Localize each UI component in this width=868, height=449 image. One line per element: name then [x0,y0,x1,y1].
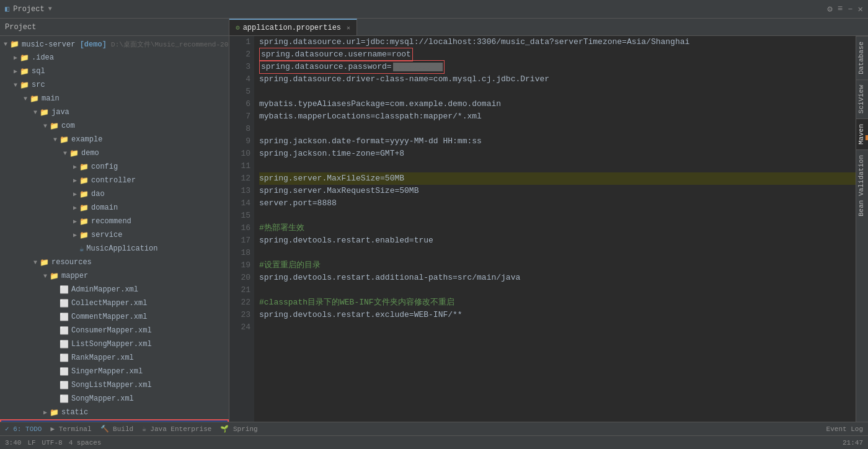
tab-application-properties[interactable]: ⚙ application.properties ✕ [229,19,357,35]
build-label: Build [113,425,133,433]
folder-icon-dao: 📁 [79,190,89,199]
tab-bar: ⚙ application.properties ✕ [229,19,868,36]
sidebar-title: Project [5,23,36,32]
encoding-status: UTF-8 [42,439,63,447]
right-panel-tab-database[interactable]: Database [856,36,868,79]
tree-item-songmapper[interactable]: ▶ ⬜ SongMapper.xml [0,392,229,406]
folder-icon: 📁 [10,40,19,49]
folder-icon-resources: 📁 [40,258,49,267]
xml-icon-consumer: ⬜ [60,326,69,336]
project-title[interactable]: Project [13,5,44,14]
folder-icon-mapper: 📁 [50,272,59,281]
code-panel[interactable]: spring.datasource.url=jdbc:mysql://local… [254,36,856,422]
tree-item-demo[interactable]: ▼ 📁 demo [0,146,229,160]
spring-panel[interactable]: 🌱 Spring [220,425,257,433]
tree-arrow-java: ▼ [31,109,40,116]
tree-item-musicapp[interactable]: ▶ ☕ MusicApplication [0,242,229,256]
tree-label-src: src [32,81,45,89]
tree-item-mapper-folder[interactable]: ▼ 📁 mapper [0,269,229,283]
tree-item-service[interactable]: ▶ 📁 service [0,228,229,242]
folder-icon-com: 📁 [50,122,59,131]
folder-icon-sql: 📁 [20,67,29,76]
event-log-label[interactable]: Event Log [826,425,863,433]
code-line-4: spring.datasource.driver-class-name=com.… [259,73,856,86]
tree-label-service: service [91,231,122,239]
folder-icon-java: 📁 [40,108,49,117]
code-line-13: spring.server.MaxRequestSize=50MB [259,185,856,197]
tree-item-java[interactable]: ▼ 📁 java [0,105,229,119]
folder-icon-src: 📁 [20,81,29,90]
tree-item-listsongmapper[interactable]: ▶ ⬜ ListSongMapper.xml [0,337,229,351]
sidebar-tree[interactable]: ▼ 📁 music-server [demo] D:\桌面文件\Music_re… [0,36,229,422]
tree-item-controller[interactable]: ▶ 📁 controller [0,174,229,187]
tree-item-static[interactable]: ▶ 📁 static [0,406,229,419]
todo-panel[interactable]: ✓ 6: TODO [5,425,42,433]
xml-icon-comment: ⬜ [60,313,69,322]
tree-label-java: java [51,108,69,117]
code-line-9: spring.jackson.date-format=yyyy-MM-dd HH… [259,135,856,148]
code-line-6: mybatis.typeAliasesPackage=com.example.d… [259,98,856,110]
folder-icon-example: 📁 [60,135,69,144]
tree-item-adminmapper[interactable]: ▶ ⬜ AdminMapper.xml [0,283,229,296]
tree-item-singermapper[interactable]: ▶ ⬜ SingerMapper.xml [0,365,229,378]
tree-item-commentmapper[interactable]: ▶ ⬜ CommentMapper.xml [0,310,229,324]
tree-item-sql[interactable]: ▶ 📁 sql [0,64,229,78]
tree-item-dao[interactable]: ▶ 📁 dao [0,187,229,201]
code-line-5 [259,86,856,98]
right-panel-tab-sciview[interactable]: SciView [856,79,868,118]
tree-item-domain[interactable]: ▶ 📁 domain [0,201,229,215]
tree-arrow-src: ▼ [11,82,20,89]
tree-item-main[interactable]: ▼ 📁 main [0,92,229,105]
folder-icon-controller: 📁 [79,176,89,185]
tab-close-icon[interactable]: ✕ [347,24,350,32]
folder-icon-recommend: 📁 [79,217,89,226]
code-line-12: spring.server.MaxFileSize=50MB [259,172,856,185]
xml-icon-admin: ⬜ [60,285,69,295]
tree-item-consumermapper[interactable]: ▶ ⬜ ConsumerMapper.xml [0,324,229,337]
terminal-panel[interactable]: ▶ Terminal [50,425,91,433]
code-line-3: spring.datasource.password=•••••••• [259,61,856,73]
tree-item-resources[interactable]: ▼ 📁 resources [0,256,229,269]
line-numbers: 1 2 3 4 5 6 7 8 9 10 11 12 13 14 15 16 1 [229,36,254,422]
code-line-11 [259,160,856,172]
spring-label: Spring [233,425,258,433]
tree-item-recommend[interactable]: ▶ 📁 recommend [0,215,229,228]
java-enterprise-panel[interactable]: ☕ Java Enterprise [142,425,211,433]
todo-label: 6: TODO [13,425,42,433]
tree-item-idea[interactable]: ▶ 📁 .idea [0,51,229,64]
tree-label-rankmapper: RankMapper.xml [71,353,134,362]
tree-item-src[interactable]: ▼ 📁 src [0,78,229,92]
close-icon[interactable]: ✕ [858,4,863,14]
tree-item-com[interactable]: ▼ 📁 com [0,119,229,133]
project-icon: ◧ [5,4,9,14]
settings-icon[interactable]: ⚙ [827,4,832,14]
code-line-14: server.port=8888 [259,197,856,210]
editor-area: ⚙ application.properties ✕ 1 2 3 4 5 6 7… [229,19,868,422]
tree-label-sql: sql [32,67,45,76]
editor-content[interactable]: 1 2 3 4 5 6 7 8 9 10 11 12 13 14 15 16 1 [229,36,856,422]
tree-item-rankmapper[interactable]: ▶ ⬜ RankMapper.xml [0,351,229,365]
tree-arrow-mapper: ▼ [41,273,50,280]
tree-label-collectmapper: CollectMapper.xml [71,299,147,308]
layout-icon[interactable]: ≡ [838,4,843,14]
tree-item-config[interactable]: ▶ 📁 config [0,160,229,174]
right-panel-tab-maven[interactable]: Maven [856,118,868,149]
tree-item-example[interactable]: ▼ 📁 example [0,133,229,146]
code-line-20: spring.devtools.restart.additional-paths… [259,272,856,284]
build-panel[interactable]: 🔨 Build [100,425,134,433]
minimize-icon[interactable]: – [848,4,852,14]
project-dropdown[interactable]: ▼ [48,6,52,12]
code-line-10: spring.jackson.time-zone=GMT+8 [259,148,856,160]
right-panel-tab-beanvalidation[interactable]: Bean Validation [856,149,868,221]
tree-item-music-server[interactable]: ▼ 📁 music-server [demo] D:\桌面文件\Music_re… [0,37,229,51]
tree-item-collectmapper[interactable]: ▶ ⬜ CollectMapper.xml [0,296,229,310]
line-ending-status: LF [27,439,35,447]
tree-arrow-config: ▶ [71,163,79,171]
tree-arrow-example: ▼ [51,136,60,143]
tree-item-songlistmapper[interactable]: ▶ ⬜ SongListMapper.xml [0,378,229,392]
tree-label-idea: .idea [32,53,54,62]
tree-label-singermapper: SingerMapper.xml [71,367,143,376]
xml-icon-listsong: ⬜ [60,340,69,349]
code-line-17: spring.devtools.restart.enabled=true [259,234,856,247]
spring-icon: 🌱 [220,425,229,433]
